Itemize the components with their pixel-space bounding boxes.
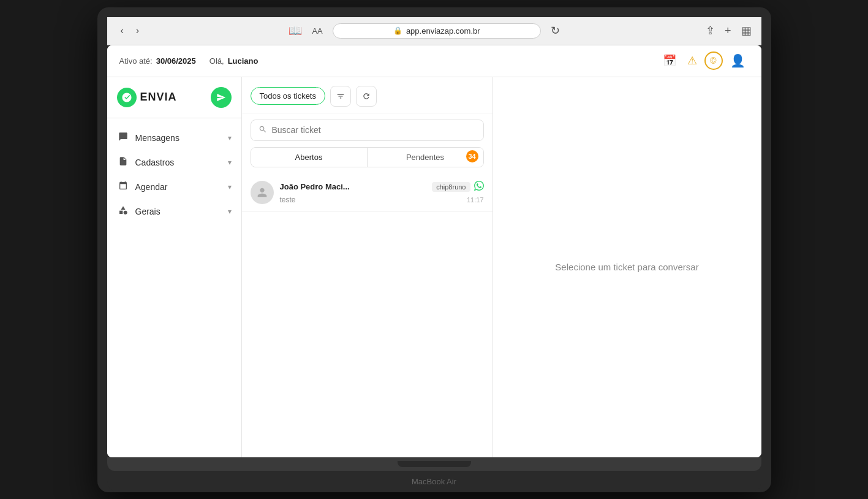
active-until-date: 30/06/2025 bbox=[156, 56, 196, 66]
calendar-button[interactable]: 📅 bbox=[659, 50, 680, 71]
ticket-body: João Pedro Maci... chip8runo bbox=[280, 181, 484, 204]
greeting-prefix: Olá, bbox=[209, 56, 224, 66]
ticket-top-row: João Pedro Maci... chip8runo bbox=[280, 181, 484, 193]
agendar-chevron: ▾ bbox=[228, 183, 232, 191]
ticket-bottom-row: teste 11:17 bbox=[280, 196, 484, 204]
sidebar-item-cadastros[interactable]: Cadastros ▾ bbox=[107, 150, 241, 175]
logo-area: ENVIA bbox=[117, 88, 177, 107]
bookmarks-button[interactable]: 📖 bbox=[289, 24, 302, 37]
aa-label: AA bbox=[312, 26, 322, 36]
all-tickets-button[interactable]: Todos os tickets bbox=[251, 87, 326, 105]
svg-point-0 bbox=[123, 210, 127, 214]
sidebar: ENVIA Mensagens ▾ bbox=[107, 77, 242, 457]
reload-button[interactable]: ↻ bbox=[551, 24, 560, 37]
search-icon bbox=[259, 125, 267, 135]
tab-pendentes[interactable]: Pendentes 34 bbox=[368, 148, 483, 167]
agendar-label: Agendar bbox=[135, 182, 222, 192]
ticket-meta: chip8runo bbox=[432, 181, 483, 193]
tickets-tabs: Abertos Pendentes 34 bbox=[251, 147, 484, 167]
app-header: Ativo até: 30/06/2025 Olá, Luciano 📅 ⚠ ©… bbox=[107, 45, 761, 77]
svg-rect-1 bbox=[119, 210, 123, 213]
ticket-name: João Pedro Maci... bbox=[280, 182, 350, 191]
logo-text: ENVIA bbox=[140, 91, 177, 104]
cadastros-label: Cadastros bbox=[135, 158, 222, 167]
tab-abertos[interactable]: Abertos bbox=[251, 148, 368, 167]
mensagens-chevron: ▾ bbox=[228, 134, 232, 142]
logo-icon bbox=[117, 88, 137, 107]
forward-button[interactable]: › bbox=[132, 24, 143, 37]
agendar-icon bbox=[117, 181, 129, 193]
pendentes-badge: 34 bbox=[466, 150, 478, 162]
header-icons: 📅 ⚠ © 👤 bbox=[659, 50, 749, 72]
cadastros-icon bbox=[117, 156, 129, 169]
main-content: Todos os tickets bbox=[242, 77, 761, 457]
macbook-label: MacBook Air bbox=[107, 471, 761, 492]
chat-area: Selecione um ticket para conversar bbox=[493, 77, 761, 457]
chat-empty-label: Selecione um ticket para conversar bbox=[555, 262, 698, 272]
sidebar-nav: Mensagens ▾ Cadastros ▾ Ag bbox=[107, 118, 241, 457]
gerais-chevron: ▾ bbox=[228, 207, 232, 216]
compose-button[interactable] bbox=[211, 87, 232, 108]
laptop-base bbox=[107, 457, 761, 471]
filter-button[interactable] bbox=[330, 86, 351, 107]
url-bar[interactable]: 🔒 app.enviazap.com.br bbox=[333, 23, 541, 39]
app-body: ENVIA Mensagens ▾ bbox=[107, 77, 761, 457]
ticket-item[interactable]: João Pedro Maci... chip8runo bbox=[242, 173, 492, 212]
whatsapp-icon bbox=[474, 181, 484, 193]
refresh-button[interactable] bbox=[356, 86, 377, 107]
back-button[interactable]: ‹ bbox=[117, 24, 127, 37]
tickets-panel: Todos os tickets bbox=[242, 77, 493, 457]
tabs-button[interactable]: ▦ bbox=[741, 24, 752, 37]
browser-action-buttons: ⇪ + ▦ bbox=[706, 24, 752, 37]
active-until-label: Ativo até: bbox=[119, 56, 153, 66]
search-input[interactable] bbox=[272, 125, 476, 135]
sidebar-header: ENVIA bbox=[107, 77, 241, 118]
mensagens-icon bbox=[117, 132, 129, 144]
mensagens-label: Mensagens bbox=[135, 133, 222, 143]
cadastros-chevron: ▾ bbox=[228, 158, 232, 167]
warning-button[interactable]: ⚠ bbox=[684, 50, 701, 71]
search-bar[interactable] bbox=[251, 120, 484, 141]
lock-icon: 🔒 bbox=[393, 26, 402, 35]
content-panels: Todos os tickets bbox=[242, 77, 761, 457]
laptop-notch bbox=[398, 461, 471, 467]
new-tab-button[interactable]: + bbox=[725, 25, 731, 37]
ticket-time: 11:17 bbox=[467, 196, 484, 204]
ticket-avatar bbox=[251, 181, 274, 204]
sidebar-item-gerais[interactable]: Gerais ▾ bbox=[107, 199, 241, 224]
gerais-icon bbox=[117, 205, 129, 218]
copyright-button[interactable]: © bbox=[704, 51, 723, 70]
browser-navigation: ‹ › bbox=[117, 24, 143, 37]
chip-label: chip8runo bbox=[432, 182, 470, 192]
share-button[interactable]: ⇪ bbox=[706, 24, 715, 37]
ticket-preview: teste bbox=[280, 196, 296, 204]
ticket-list: João Pedro Maci... chip8runo bbox=[242, 173, 492, 457]
user-profile-button[interactable]: 👤 bbox=[726, 50, 749, 72]
sidebar-item-mensagens[interactable]: Mensagens ▾ bbox=[107, 126, 241, 150]
gerais-label: Gerais bbox=[135, 207, 222, 216]
greeting-name: Luciano bbox=[228, 56, 259, 66]
url-text: app.enviazap.com.br bbox=[406, 26, 480, 36]
sidebar-item-agendar[interactable]: Agendar ▾ bbox=[107, 175, 241, 199]
tickets-header: Todos os tickets bbox=[242, 77, 492, 113]
